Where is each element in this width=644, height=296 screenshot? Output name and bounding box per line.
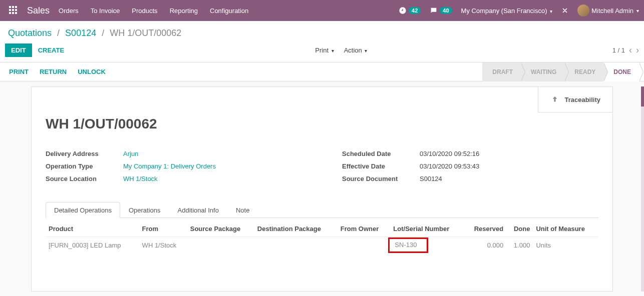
right-fields: Scheduled Date 03/10/2020 09:52:16 Effec… — [342, 150, 598, 188]
company-selector[interactable]: My Company (San Francisco) ▾ — [461, 7, 553, 14]
top-navbar: Sales Orders To Invoice Products Reporti… — [0, 0, 644, 21]
chevron-down-icon: ▾ — [550, 8, 552, 14]
source-location-link[interactable]: WH 1/Stock — [123, 175, 158, 182]
chat-icon — [430, 6, 438, 14]
nav-configuration[interactable]: Configuration — [210, 7, 248, 14]
cell-source-package — [187, 237, 254, 254]
avatar — [577, 4, 589, 16]
step-done[interactable]: DONE — [603, 62, 639, 82]
col-destination-package[interactable]: Destination Package — [254, 221, 338, 237]
step-waiting[interactable]: WAITING — [521, 62, 564, 82]
tab-detailed-operations[interactable]: Detailed Operations — [46, 202, 120, 218]
breadcrumb-mid[interactable]: S00124 — [65, 28, 96, 38]
scheduled-date: 03/10/2020 09:52:16 — [420, 150, 479, 158]
cell-reserved: 0.000 — [464, 237, 506, 254]
activity-badge: 42 — [409, 7, 421, 14]
apps-icon[interactable] — [9, 6, 18, 15]
tab-additional-info[interactable]: Additional Info — [169, 202, 227, 218]
company-name: My Company (San Francisco) — [461, 7, 547, 14]
cell-from: WH 1/Stock — [139, 237, 187, 254]
arrow-up-right-icon — [550, 95, 559, 104]
status-unlock-button[interactable]: UNLOCK — [78, 68, 106, 76]
step-ready[interactable]: READY — [564, 62, 603, 82]
operations-table: Product From Source Package Destination … — [46, 221, 598, 254]
pager-text: 1 / 1 — [612, 46, 625, 54]
create-button[interactable]: CREATE — [32, 44, 70, 57]
delivery-address-link[interactable]: Arjun — [123, 150, 138, 158]
cell-product: [FURN_0003] LED Lamp — [46, 237, 139, 254]
tabs: Detailed Operations Operations Additiona… — [46, 202, 598, 218]
breadcrumb-current: WH 1/OUT/00062 — [110, 28, 181, 38]
status-print-button[interactable]: PRINT — [9, 68, 29, 76]
form-card: Traceability WH 1/OUT/00062 Delivery Add… — [31, 86, 613, 292]
tab-operations[interactable]: Operations — [120, 202, 169, 218]
nav-orders[interactable]: Orders — [59, 7, 79, 14]
print-dropdown[interactable]: Print ▾ — [315, 46, 334, 54]
clock-icon — [399, 6, 407, 14]
table-row[interactable]: [FURN_0003] LED Lamp WH 1/Stock SN-130 0… — [46, 237, 598, 254]
action-dropdown[interactable]: Action ▾ — [344, 46, 368, 54]
field-label: Delivery Address — [46, 150, 123, 158]
col-lot-serial[interactable]: Lot/Serial Number — [390, 221, 464, 237]
col-product[interactable]: Product — [46, 221, 139, 237]
breadcrumb: Quotations / S00124 / WH 1/OUT/00062 — [0, 21, 644, 44]
lot-serial-highlight: SN-130 — [388, 238, 428, 253]
nav-to-invoice[interactable]: To Invoice — [91, 7, 120, 14]
left-fields: Delivery Address Arjun Operation Type My… — [46, 150, 302, 188]
cell-lot-serial: SN-130 — [390, 237, 464, 254]
chevron-down-icon: ▾ — [332, 48, 334, 54]
traceability-button[interactable]: Traceability — [538, 87, 612, 112]
status-bar: PRINT RETURN UNLOCK DRAFT WAITING READY … — [0, 62, 644, 82]
user-menu[interactable]: Mitchell Admin ▾ — [577, 4, 639, 16]
breadcrumb-root[interactable]: Quotations — [8, 28, 52, 38]
chevron-down-icon: ▾ — [365, 48, 367, 54]
close-icon[interactable] — [561, 7, 568, 14]
chat-indicator[interactable]: 40 — [430, 6, 452, 14]
cell-destination-package — [254, 237, 338, 254]
col-uom[interactable]: Unit of Measure — [533, 221, 598, 237]
status-return-button[interactable]: RETURN — [40, 68, 67, 76]
col-from[interactable]: From — [139, 221, 187, 237]
nav-reporting[interactable]: Reporting — [170, 7, 198, 14]
field-label: Scheduled Date — [342, 150, 420, 158]
edit-button[interactable]: EDIT — [5, 44, 32, 57]
nav-products[interactable]: Products — [132, 7, 157, 14]
pager-prev[interactable]: ‹ — [629, 45, 632, 56]
col-reserved[interactable]: Reserved — [464, 221, 506, 237]
activity-indicator[interactable]: 42 — [399, 6, 421, 14]
nav-right: 42 40 My Company (San Francisco) ▾ Mitch… — [399, 4, 639, 16]
cell-uom: Units — [533, 237, 598, 254]
effective-date: 03/10/2020 09:53:43 — [420, 162, 479, 170]
operation-type-link[interactable]: My Company 1: Delivery Orders — [123, 162, 216, 170]
chat-badge: 40 — [440, 7, 452, 14]
col-done[interactable]: Done — [506, 221, 533, 237]
col-from-owner[interactable]: From Owner — [338, 221, 391, 237]
field-label: Source Document — [342, 175, 420, 182]
chevron-down-icon: ▾ — [636, 8, 639, 14]
step-draft[interactable]: DRAFT — [482, 62, 521, 82]
pager: 1 / 1 ‹ › — [612, 45, 639, 56]
cell-done: 1.000 — [506, 237, 533, 254]
field-label: Effective Date — [342, 162, 420, 170]
nav-links: Orders To Invoice Products Reporting Con… — [59, 7, 248, 14]
cell-from-owner — [338, 237, 391, 254]
source-document: S00124 — [420, 175, 442, 182]
status-steps: DRAFT WAITING READY DONE — [482, 62, 639, 82]
field-label: Source Location — [46, 175, 123, 182]
user-name: Mitchell Admin — [591, 7, 633, 14]
field-label: Operation Type — [46, 162, 123, 170]
page-title: WH 1/OUT/00062 — [46, 116, 598, 132]
tab-note[interactable]: Note — [227, 202, 258, 218]
app-brand[interactable]: Sales — [27, 6, 50, 16]
control-bar: Quotations / S00124 / WH 1/OUT/00062 EDI… — [0, 21, 644, 62]
col-source-package[interactable]: Source Package — [187, 221, 254, 237]
pager-next[interactable]: › — [636, 45, 639, 56]
scrollbar[interactable] — [641, 86, 644, 292]
